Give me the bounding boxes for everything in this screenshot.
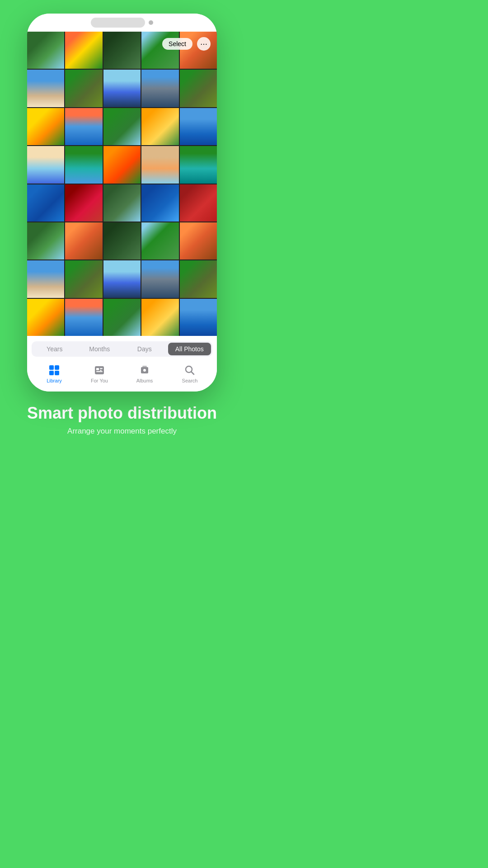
camera-dot [149, 20, 153, 25]
photo-cell[interactable] [180, 70, 217, 107]
photo-cell[interactable] [180, 108, 217, 145]
library-icon [48, 364, 61, 377]
photo-cell[interactable] [27, 108, 64, 145]
photo-cell[interactable] [103, 184, 141, 222]
photo-cell[interactable] [103, 146, 141, 183]
segment-control: YearsMonthsDaysAll Photos [32, 341, 212, 357]
photo-cell[interactable] [65, 299, 102, 336]
photo-cell[interactable] [103, 299, 141, 336]
search-icon [183, 364, 196, 377]
photo-cell[interactable] [27, 70, 64, 107]
photo-cell[interactable] [141, 70, 178, 107]
photo-cell[interactable] [65, 184, 102, 222]
tab-item-albums[interactable]: Albums [131, 364, 158, 383]
photo-cell[interactable] [65, 222, 102, 259]
header-overlay: Select ⋯ [156, 32, 217, 56]
photo-cell[interactable] [27, 32, 64, 69]
svg-rect-4 [95, 366, 104, 374]
photo-cell[interactable] [27, 260, 64, 297]
photo-grid-container: Select ⋯ [27, 32, 217, 336]
svg-rect-3 [55, 371, 59, 375]
status-bar [27, 14, 217, 32]
photo-cell[interactable] [65, 108, 102, 145]
svg-rect-8 [96, 371, 103, 372]
photo-cell[interactable] [27, 299, 64, 336]
svg-rect-0 [49, 365, 54, 370]
photo-cell[interactable] [103, 32, 141, 69]
photo-cell[interactable] [65, 260, 102, 297]
photo-cell[interactable] [27, 184, 64, 222]
svg-rect-5 [96, 368, 99, 370]
tab-label-search: Search [182, 378, 198, 383]
svg-rect-2 [49, 371, 54, 375]
svg-line-13 [192, 372, 194, 375]
photo-cell[interactable] [141, 222, 178, 259]
segment-item-days[interactable]: Days [123, 343, 166, 355]
segment-item-years[interactable]: Years [33, 343, 76, 355]
photo-grid [27, 32, 217, 336]
photo-cell[interactable] [27, 222, 64, 259]
tab-label-library: Library [47, 378, 62, 383]
photo-cell[interactable] [141, 299, 178, 336]
photo-cell[interactable] [65, 70, 102, 107]
photo-cell[interactable] [103, 70, 141, 107]
photo-cell[interactable] [103, 108, 141, 145]
albums-icon [138, 364, 151, 377]
photo-cell[interactable] [180, 146, 217, 183]
tab-label-for-you: For You [91, 378, 108, 383]
bottom-caption: Smart photo distribution Arrange your mo… [23, 404, 221, 436]
tab-item-for-you[interactable]: For You [86, 364, 113, 383]
photo-cell[interactable] [65, 32, 102, 69]
headline: Smart photo distribution [27, 404, 217, 422]
subline: Arrange your moments perfectly [27, 427, 217, 436]
photo-cell[interactable] [141, 184, 178, 222]
photo-cell[interactable] [27, 146, 64, 183]
photo-cell[interactable] [141, 146, 178, 183]
photo-cell[interactable] [103, 260, 141, 297]
photo-cell[interactable] [180, 184, 217, 222]
notch [91, 18, 145, 28]
photo-cell[interactable] [103, 222, 141, 259]
photo-cell[interactable] [180, 222, 217, 259]
segment-item-months[interactable]: Months [78, 343, 122, 355]
bottom-bar: YearsMonthsDaysAll Photos Library For Yo… [27, 336, 217, 392]
tab-bar: Library For You Albums Search [32, 362, 212, 388]
photo-cell[interactable] [180, 260, 217, 297]
tab-item-search[interactable]: Search [176, 364, 203, 383]
tab-item-library[interactable]: Library [41, 364, 68, 383]
tab-label-albums: Albums [136, 378, 153, 383]
for-you-icon [93, 364, 106, 377]
more-button[interactable]: ⋯ [197, 37, 211, 51]
photo-cell[interactable] [141, 108, 178, 145]
svg-rect-6 [100, 368, 103, 369]
svg-rect-7 [100, 370, 102, 371]
select-button[interactable]: Select [162, 38, 192, 50]
photo-cell[interactable] [141, 260, 178, 297]
svg-point-11 [143, 369, 146, 372]
photo-cell[interactable] [180, 299, 217, 336]
svg-rect-1 [55, 365, 59, 370]
photo-cell[interactable] [65, 146, 102, 183]
segment-item-all-photos[interactable]: All Photos [168, 343, 211, 355]
phone-frame: Select ⋯ YearsMonthsDaysAll Photos Libra… [27, 14, 217, 392]
svg-rect-10 [142, 366, 147, 367]
